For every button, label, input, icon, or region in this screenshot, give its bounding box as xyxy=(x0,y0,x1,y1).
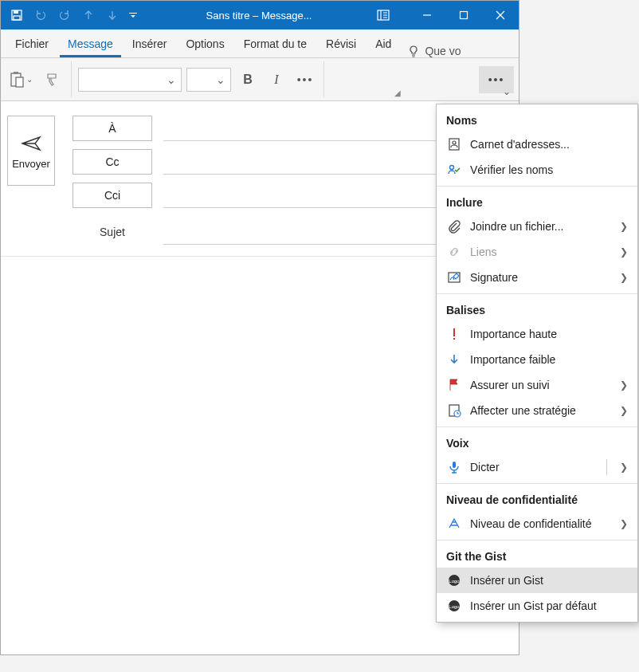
bcc-button[interactable]: Cci xyxy=(73,183,152,208)
to-label: À xyxy=(108,122,116,135)
collapse-ribbon-icon[interactable]: ⌄ xyxy=(503,86,511,97)
svg-rect-5 xyxy=(461,12,468,19)
svg-point-13 xyxy=(450,166,454,170)
dropdown-item-label: Insérer un Gist par défaut xyxy=(470,599,628,612)
svg-point-12 xyxy=(453,141,456,144)
dropdown-item-importance-low[interactable]: Importance faible xyxy=(437,347,637,372)
dropdown-item-importance-high[interactable]: Importance haute xyxy=(437,321,637,347)
dropdown-item-label: Importance haute xyxy=(470,328,628,340)
signature-icon xyxy=(446,269,462,285)
send-label: Envoyer xyxy=(12,158,50,170)
more-formatting-button[interactable]: ••• xyxy=(293,66,317,93)
svg-rect-15 xyxy=(453,328,455,336)
dropdown-item-logo[interactable]: LogoInsérer un Gist par défaut xyxy=(437,593,637,619)
dropdown-item-label: Insérer un Gist xyxy=(470,574,628,587)
dropdown-section-header: Noms xyxy=(437,111,637,132)
check-names-icon xyxy=(446,162,462,178)
chevron-right-icon: ❯ xyxy=(620,405,628,416)
address-book-icon xyxy=(446,136,462,152)
window-title: Sans titre – Message... xyxy=(141,10,377,22)
svg-text:Logo: Logo xyxy=(449,579,460,584)
format-painter-button[interactable] xyxy=(41,66,65,93)
undo-icon[interactable] xyxy=(29,4,52,26)
ribbon-content: ⌄ ⌄ ⌄ B I ••• ◢ ••• ⌄ xyxy=(1,58,519,101)
chevron-down-icon: ⌄ xyxy=(167,73,176,86)
subject-label: Sujet xyxy=(73,226,152,238)
dropdown-section-header: Niveau de confidentialité xyxy=(437,490,637,511)
to-button[interactable]: À xyxy=(73,116,152,141)
dropdown-item-sensitivity[interactable]: Niveau de confidentialité❯ xyxy=(437,511,637,536)
svg-text:Logo: Logo xyxy=(449,604,460,609)
tab-message[interactable]: Message xyxy=(60,31,121,57)
dropdown-item-label: Vérifier les noms xyxy=(470,163,628,176)
dropdown-item-address-book[interactable]: Carnet d'adresses... xyxy=(437,132,637,157)
cc-button[interactable]: Cc xyxy=(73,149,152,175)
minimize-button[interactable] xyxy=(409,1,445,29)
chevron-right-icon: ❯ xyxy=(620,379,628,391)
tab-revision[interactable]: Révisi xyxy=(318,31,364,57)
dropdown-item-signature[interactable]: Signature❯ xyxy=(437,265,637,290)
chevron-right-icon: ❯ xyxy=(620,518,628,529)
dropdown-item-label: Carnet d'adresses... xyxy=(470,138,628,151)
chevron-right-icon: ❯ xyxy=(620,246,628,257)
logo-icon: Logo xyxy=(446,572,462,588)
dropdown-section-header: Inclure xyxy=(437,193,637,214)
maximize-button[interactable] xyxy=(445,1,482,29)
tab-aide[interactable]: Aid xyxy=(367,31,399,57)
lightbulb-icon xyxy=(407,45,420,57)
dropdown-item-label: Liens xyxy=(470,246,612,258)
bold-button[interactable]: B xyxy=(236,66,260,93)
paste-button[interactable]: ⌄ xyxy=(6,66,36,93)
logo-icon: Logo xyxy=(446,598,462,614)
svg-rect-16 xyxy=(453,338,455,340)
next-icon[interactable] xyxy=(101,4,123,26)
redo-icon[interactable] xyxy=(53,4,76,26)
dropdown-item-dictate[interactable]: Dicter❯ xyxy=(437,454,637,480)
dropdown-item-label: Niveau de confidentialité xyxy=(470,517,612,530)
svg-rect-2 xyxy=(14,16,20,20)
dropdown-item-logo[interactable]: LogoInsérer un Gist xyxy=(437,568,637,593)
chevron-down-icon: ⌄ xyxy=(216,73,225,86)
italic-button[interactable]: I xyxy=(265,66,288,93)
dropdown-item-label: Assurer un suivi xyxy=(470,379,612,391)
window-controls xyxy=(409,1,519,29)
qat-customize-icon[interactable] xyxy=(125,4,141,26)
svg-rect-10 xyxy=(16,77,23,87)
svg-rect-1 xyxy=(14,10,18,14)
dropdown-item-label: Importance faible xyxy=(470,353,628,366)
tell-me-label: Que vo xyxy=(425,45,461,57)
chevron-right-icon: ❯ xyxy=(620,221,628,232)
font-size-combo[interactable]: ⌄ xyxy=(186,68,231,92)
svg-rect-9 xyxy=(14,72,18,74)
tab-format[interactable]: Format du te xyxy=(236,31,315,57)
importance-low-icon xyxy=(446,352,462,367)
send-icon xyxy=(21,136,41,151)
close-button[interactable] xyxy=(482,1,519,29)
dropdown-item-attach[interactable]: Joindre un fichier...❯ xyxy=(437,214,637,239)
reading-mode-icon[interactable] xyxy=(377,10,409,21)
dropdown-item-check-names[interactable]: Vérifier les noms xyxy=(437,157,637,183)
tell-me[interactable]: Que vo xyxy=(407,45,461,57)
dropdown-item-policy[interactable]: Affecter une stratégie❯ xyxy=(437,398,637,423)
cc-label: Cc xyxy=(105,155,119,168)
tab-inserer[interactable]: Insérer xyxy=(124,31,175,57)
svg-rect-19 xyxy=(453,462,456,468)
send-button[interactable]: Envoyer xyxy=(7,116,55,186)
dropdown-item-follow-up[interactable]: Assurer un suivi❯ xyxy=(437,372,637,398)
dropdown-item-label: Affecter une stratégie xyxy=(470,404,612,417)
ribbon-tabs: Fichier Message Insérer Options Format d… xyxy=(1,29,519,58)
link-icon xyxy=(446,244,462,260)
chevron-right-icon: ❯ xyxy=(620,462,628,473)
tab-options[interactable]: Options xyxy=(178,31,232,57)
tab-fichier[interactable]: Fichier xyxy=(7,31,57,57)
quick-access-toolbar xyxy=(1,4,141,26)
save-icon[interactable] xyxy=(6,4,28,26)
dialog-launcher-icon[interactable]: ◢ xyxy=(394,88,401,97)
policy-icon xyxy=(446,403,462,419)
font-name-combo[interactable]: ⌄ xyxy=(78,68,182,92)
chevron-right-icon: ❯ xyxy=(620,272,628,283)
dropdown-section-header: Git the Gist xyxy=(437,547,637,568)
dropdown-item-link: Liens❯ xyxy=(437,239,637,265)
prev-icon[interactable] xyxy=(77,4,100,26)
dropdown-section-header: Voix xyxy=(437,434,637,454)
